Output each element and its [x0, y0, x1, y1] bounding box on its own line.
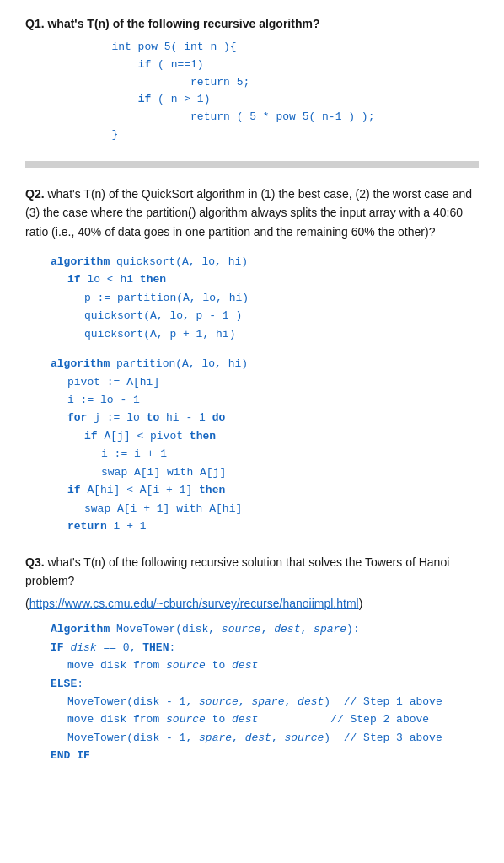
page-container: Q1. what's T(n) of the following recursi…	[0, 0, 504, 782]
q2-label: Q2.	[25, 187, 45, 201]
q2-algo2-line5: if A[j] < pivot then	[84, 427, 479, 445]
q1-line-6: }	[59, 126, 479, 144]
q1-line-1: int pow_5( int n ){	[59, 39, 479, 56]
q2-algo1-line1: algorithm quicksort(A, lo, hi)	[51, 253, 479, 271]
q2-algo2-line7: swap A[i] with A[j]	[101, 464, 479, 481]
q3-link-line: (https://www.cs.cmu.edu/~cburch/survey/r…	[25, 597, 479, 610]
q3-link[interactable]: https://www.cs.cmu.edu/~cburch/survey/re…	[29, 597, 359, 610]
q3-code-line8: END IF	[51, 747, 479, 764]
q2-algo1-line3: p := partition(A, lo, hi)	[84, 289, 479, 307]
q3-text: what's T(n) of the following recursive s…	[25, 555, 449, 587]
q3-title: Q3. what's T(n) of the following recursi…	[25, 553, 479, 591]
q2-text: what's T(n) of the QuickSort algorithm i…	[25, 187, 472, 239]
q3-code: Algorithm MoveTower(disk, source, dest, …	[51, 620, 479, 765]
q2-algo1: algorithm quicksort(A, lo, hi) if lo < h…	[51, 253, 479, 343]
q3-code-line4: ELSE:	[51, 675, 479, 693]
q2-algo2-line8: if A[hi] < A[i + 1] then	[67, 481, 479, 499]
q2-algo2-line6: i := i + 1	[101, 445, 479, 463]
q3-code-line2: IF disk == 0, THEN:	[51, 639, 479, 657]
q1-line-4: if ( n > 1)	[59, 91, 479, 109]
q2-algo1-line2: if lo < hi then	[67, 271, 479, 288]
q1-block: Q1. what's T(n) of the following recursi…	[25, 17, 479, 144]
q2-algo2: algorithm partition(A, lo, hi) pivot := …	[51, 355, 479, 535]
q2-algo2-line3: i := lo - 1	[67, 391, 479, 409]
q2-title: Q2. what's T(n) of the QuickSort algorit…	[25, 185, 479, 241]
q1-line-5: return ( 5 * pow_5( n-1 ) );	[59, 109, 479, 126]
q2-block: Q2. what's T(n) of the QuickSort algorit…	[25, 185, 479, 536]
q2-algo2-line10: return i + 1	[67, 517, 479, 535]
q1-line-3: return 5;	[59, 74, 479, 92]
section-divider	[25, 161, 479, 168]
q1-title: Q1. what's T(n) of the following recursi…	[25, 17, 479, 30]
q3-code-line6: move disk from source to dest // Step 2 …	[67, 710, 479, 728]
q2-algo2-line9: swap A[i + 1] with A[hi]	[84, 500, 479, 517]
q2-algo1-line4: quicksort(A, lo, p - 1 )	[84, 307, 479, 324]
q1-code: int pow_5( int n ){ if ( n==1) return 5;…	[59, 39, 479, 144]
q2-algo2-line1: algorithm partition(A, lo, hi)	[51, 355, 479, 373]
q2-algo1-line5: quicksort(A, p + 1, hi)	[84, 325, 479, 343]
q3-label: Q3.	[25, 555, 45, 569]
q3-code-line7: MoveTower(disk - 1, spare, dest, source)…	[67, 729, 479, 747]
q3-block: Q3. what's T(n) of the following recursi…	[25, 553, 479, 765]
q1-line-2: if ( n==1)	[59, 56, 479, 74]
q3-link-suffix: )	[359, 597, 363, 610]
q3-code-line1: Algorithm MoveTower(disk, source, dest, …	[51, 620, 479, 638]
q3-code-line3: move disk from source to dest	[67, 657, 479, 674]
q3-code-line5: MoveTower(disk - 1, source, spare, dest)…	[67, 693, 479, 710]
q2-algo2-line2: pivot := A[hi]	[67, 373, 479, 391]
q2-algo2-line4: for j := lo to hi - 1 do	[67, 409, 479, 426]
